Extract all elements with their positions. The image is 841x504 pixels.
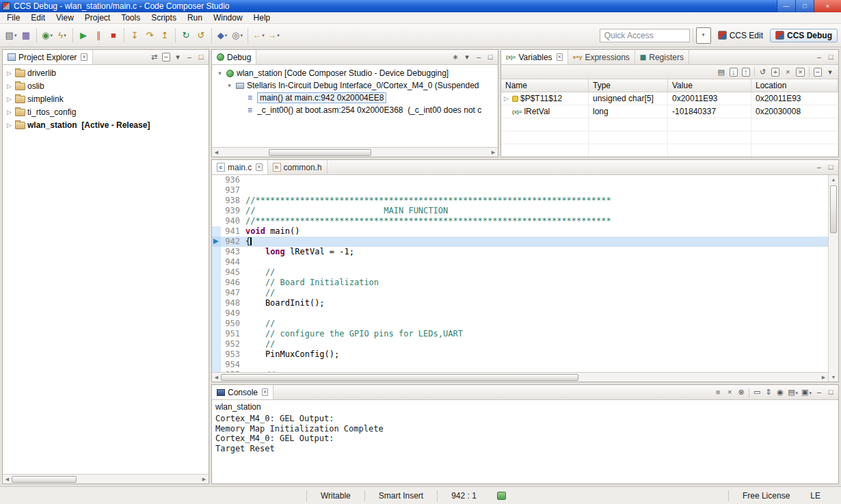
annotation-gutter[interactable] — [212, 370, 221, 372]
expand-arrow-icon[interactable]: ▾ — [216, 70, 224, 77]
resume-button[interactable]: ▶ — [76, 27, 91, 44]
flash-button[interactable]: ϟ▾ — [55, 27, 70, 44]
perspective-ccs-debug[interactable]: CCS Debug — [770, 29, 838, 42]
open-perspective-button[interactable]: + — [696, 27, 711, 44]
step-over-button[interactable]: ↷ — [142, 27, 157, 44]
suspend-button[interactable]: ∥ — [91, 27, 106, 44]
annotation-gutter[interactable] — [212, 257, 221, 267]
scroll-lock-icon[interactable]: ⇕ — [764, 388, 773, 396]
annotation-gutter[interactable] — [212, 329, 221, 339]
clear-console-icon[interactable]: ▭ — [753, 388, 761, 396]
column-header-type[interactable]: Type — [589, 79, 668, 92]
annotation-gutter[interactable] — [212, 349, 221, 360]
table-row[interactable]: (x)=lRetVallong-1018403370x20030008 — [501, 105, 838, 118]
minimize-icon[interactable]: – — [185, 53, 193, 61]
code-line[interactable]: 944 — [212, 257, 828, 267]
column-header-value[interactable]: Value — [668, 79, 751, 92]
scrollbar-thumb[interactable] — [269, 149, 371, 156]
breakpoint-button[interactable]: ◆▾ — [215, 27, 230, 44]
annotation-gutter[interactable] — [212, 288, 221, 298]
maximize-icon[interactable]: □ — [827, 388, 835, 396]
editor-hscrollbar[interactable]: ◀ ▶ — [212, 372, 828, 382]
annotation-gutter[interactable] — [212, 298, 221, 308]
menu-item-scripts[interactable]: Scripts — [146, 12, 182, 23]
annotation-gutter[interactable] — [212, 247, 221, 257]
code-line[interactable]: 936 — [212, 175, 828, 185]
project-item[interactable]: ▷oslib — [3, 79, 209, 92]
debug-launch-button[interactable]: ◉▾ — [40, 27, 55, 44]
annotation-gutter[interactable] — [212, 278, 221, 288]
remove-all-launches-icon[interactable]: ⊗ — [737, 388, 745, 396]
perspective-ccs-edit[interactable]: CCS Edit — [712, 29, 769, 42]
tab-expressions[interactable]: x+yExpressions — [568, 50, 635, 64]
project-item[interactable]: ▷ti_rtos_config — [3, 105, 209, 118]
minimize-icon[interactable]: – — [815, 163, 823, 171]
scroll-right-icon[interactable]: ▶ — [489, 148, 498, 157]
project-item[interactable]: ▷wlan_station [Active - Release] — [3, 118, 209, 131]
code-line[interactable]: 940//***********************************… — [212, 216, 828, 226]
scrollbar-thumb[interactable] — [221, 374, 578, 381]
refresh-icon[interactable]: ↺ — [759, 68, 767, 76]
tab-variables[interactable]: (x)=Variables× — [501, 50, 568, 64]
tab-debug[interactable]: Debug — [212, 50, 256, 64]
expand-arrow-icon[interactable]: ▷ — [5, 122, 13, 129]
menu-item-file[interactable]: File — [1, 12, 25, 23]
annotation-gutter[interactable] — [212, 319, 221, 329]
expand-arrow-icon[interactable]: ▷ — [503, 95, 510, 102]
display-console-icon[interactable]: ▤▾ — [788, 388, 798, 396]
scroll-right-icon[interactable]: ▶ — [819, 373, 828, 382]
annotation-gutter[interactable] — [212, 267, 221, 278]
annotation-gutter[interactable] — [212, 185, 221, 196]
tab-registers[interactable]: ▦Registers — [635, 50, 689, 64]
annotation-gutter[interactable] — [212, 175, 221, 185]
step-into-button[interactable]: ↧ — [127, 27, 142, 44]
view-menu-icon[interactable]: ▾ — [826, 68, 834, 76]
maximize-icon[interactable]: □ — [197, 53, 205, 61]
project-item[interactable]: ▷driverlib — [3, 66, 209, 79]
maximize-button[interactable]: □ — [795, 0, 814, 12]
code-line[interactable]: 939// MAIN FUNCTION — [212, 206, 828, 216]
save-button[interactable]: ▦ — [18, 27, 34, 44]
debug-tree-item[interactable]: ≡_c_int00() at boot.asm:254 0x2000E368 (… — [212, 104, 498, 116]
import-icon[interactable]: ↓ — [730, 68, 738, 77]
annotation-gutter[interactable] — [212, 237, 221, 247]
annotation-gutter[interactable] — [212, 360, 221, 370]
code-line[interactable]: 946 // Board Initialization — [212, 278, 828, 288]
restart-button[interactable]: ↻ — [178, 27, 193, 44]
maximize-icon[interactable]: □ — [827, 53, 835, 61]
column-header-name[interactable]: Name — [501, 79, 589, 92]
annotation-gutter[interactable] — [212, 308, 221, 319]
code-line[interactable]: 948 BoardInit(); — [212, 298, 828, 308]
menu-item-tools[interactable]: Tools — [116, 12, 146, 23]
expand-arrow-icon[interactable]: ▾ — [226, 82, 233, 89]
collapse-all-icon[interactable]: − — [814, 68, 822, 77]
scroll-left-icon[interactable]: ◀ — [212, 148, 221, 157]
open-console-icon[interactable]: ▣▾ — [801, 388, 812, 396]
annotation-gutter[interactable] — [212, 216, 221, 226]
editor-tab-main-c[interactable]: cmain.c× — [212, 160, 268, 174]
terminate-console-icon[interactable]: ■ — [714, 388, 722, 396]
step-return-button[interactable]: ↥ — [157, 27, 172, 44]
close-button[interactable]: × — [814, 0, 841, 12]
project-explorer-hscrollbar[interactable]: ◀ ▶ — [3, 474, 209, 483]
menu-item-project[interactable]: Project — [79, 12, 116, 23]
code-line[interactable]: 954 — [212, 360, 828, 370]
debug-tree-item[interactable]: ▾Stellaris In-Circuit Debug Interface_0/… — [212, 79, 498, 92]
scrollbar-thumb[interactable] — [12, 476, 77, 483]
view-menu-icon[interactable]: ▾ — [463, 53, 471, 61]
menu-item-help[interactable]: Help — [248, 12, 276, 23]
expand-arrow-icon[interactable]: ▷ — [5, 109, 13, 116]
maximize-icon[interactable]: □ — [827, 163, 835, 171]
column-header-location[interactable]: Location — [751, 79, 838, 92]
menu-item-edit[interactable]: Edit — [25, 12, 51, 23]
connect-target-icon[interactable]: ∗ — [451, 53, 459, 61]
editor-vscrollbar[interactable]: ▲ ▼ — [828, 175, 838, 382]
new-expression-icon[interactable]: + — [771, 68, 779, 77]
code-line[interactable]: 941void main() — [212, 226, 828, 237]
close-tab-icon[interactable]: × — [256, 163, 262, 171]
code-line[interactable]: 938//***********************************… — [212, 196, 828, 206]
scroll-left-icon[interactable]: ◀ — [212, 373, 221, 382]
annotation-gutter[interactable] — [212, 226, 221, 237]
terminate-button[interactable]: ■ — [106, 27, 121, 44]
code-line[interactable]: 952 // — [212, 339, 828, 349]
